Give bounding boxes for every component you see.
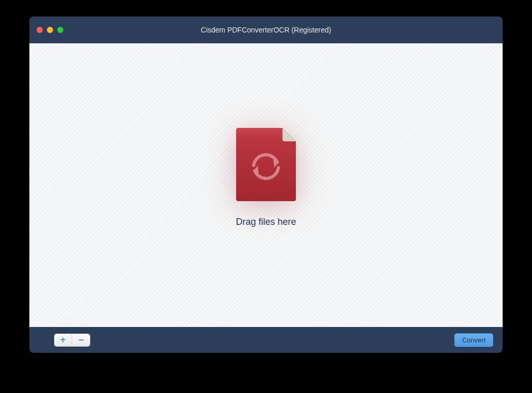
minus-icon: − bbox=[78, 335, 85, 345]
file-convert-icon bbox=[236, 128, 296, 201]
traffic-lights bbox=[29, 27, 63, 33]
add-remove-segment: + − bbox=[54, 334, 90, 347]
app-window: Cisdem PDFConverterOCR (Registered) bbox=[29, 17, 503, 353]
drop-zone[interactable]: Drag files here bbox=[29, 43, 503, 327]
close-button[interactable] bbox=[37, 27, 43, 33]
convert-button[interactable]: Convert bbox=[454, 333, 493, 347]
drop-hint-text: Drag files here bbox=[236, 217, 296, 227]
titlebar: Cisdem PDFConverterOCR (Registered) bbox=[29, 17, 503, 43]
zoom-button[interactable] bbox=[57, 27, 63, 33]
window-title: Cisdem PDFConverterOCR (Registered) bbox=[29, 26, 503, 34]
plus-icon: + bbox=[60, 335, 66, 345]
drop-indicator: Drag files here bbox=[236, 128, 296, 227]
add-file-button[interactable]: + bbox=[54, 334, 72, 347]
minimize-button[interactable] bbox=[47, 27, 53, 33]
remove-file-button[interactable]: − bbox=[72, 334, 90, 347]
bottom-toolbar: + − Convert bbox=[29, 327, 503, 353]
